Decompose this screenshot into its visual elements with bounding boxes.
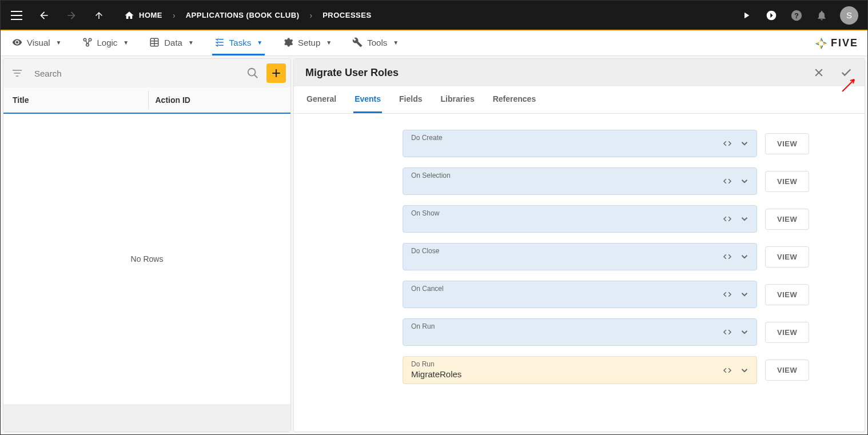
forward-arrow-icon <box>65 9 78 22</box>
tab-label: Tools <box>367 38 387 47</box>
chevron-down-icon[interactable] <box>739 138 750 149</box>
topbar-left: HOME › APPLICATIONS (BOOK CLUB) › PROCES… <box>10 9 372 22</box>
event-row: On RunVIEW <box>305 318 853 346</box>
event-field[interactable]: On Selection <box>403 167 757 195</box>
play-icon[interactable] <box>739 9 753 22</box>
event-field[interactable]: On Show <box>403 205 757 233</box>
logic-icon <box>82 37 93 47</box>
sub-tab-events[interactable]: Events <box>353 86 382 113</box>
up-arrow-icon[interactable] <box>92 9 106 22</box>
sub-tabs: General Events Fields Libraries Referenc… <box>294 86 865 114</box>
code-icon[interactable] <box>722 214 732 224</box>
bell-icon[interactable] <box>815 9 829 22</box>
check-icon[interactable] <box>839 66 853 79</box>
breadcrumb: HOME › APPLICATIONS (BOOK CLUB) › PROCES… <box>124 10 372 21</box>
tab-label: Setup <box>298 38 320 47</box>
event-label: On Selection <box>411 171 451 179</box>
breadcrumb-home[interactable]: HOME <box>124 10 162 21</box>
breadcrumb-label: APPLICATIONS (BOOK CLUB) <box>186 11 300 19</box>
event-field-icons <box>722 138 750 149</box>
event-field[interactable]: Do Create <box>403 130 757 157</box>
event-row: Do CloseVIEW <box>305 243 853 270</box>
svg-point-7 <box>248 69 256 76</box>
chevron-down-icon[interactable] <box>739 365 750 376</box>
event-field[interactable]: On Cancel <box>403 281 757 308</box>
help-icon[interactable]: ? <box>790 9 803 22</box>
detail-actions <box>812 66 853 79</box>
sub-tab-references[interactable]: References <box>492 86 537 113</box>
add-button[interactable] <box>266 63 286 83</box>
event-field[interactable]: Do Close <box>403 243 757 270</box>
detail-header: Migrate User Roles <box>294 59 865 86</box>
back-arrow-icon[interactable] <box>37 9 51 22</box>
event-field-icons <box>722 252 750 262</box>
tab-label: Logic <box>97 38 118 47</box>
column-action-id[interactable]: Action ID <box>156 95 284 105</box>
detail-title: Migrate User Roles <box>305 67 399 79</box>
avatar[interactable]: S <box>840 6 858 25</box>
code-icon[interactable] <box>722 138 732 149</box>
view-button[interactable]: VIEW <box>765 171 809 192</box>
sub-tab-fields[interactable]: Fields <box>398 86 423 113</box>
chevron-down-icon[interactable] <box>739 289 750 300</box>
svg-text:?: ? <box>794 11 799 19</box>
caret-down-icon: ▼ <box>123 39 129 46</box>
chevron-down-icon[interactable] <box>739 252 750 262</box>
comment-icon[interactable] <box>765 9 778 22</box>
view-button[interactable]: VIEW <box>765 246 809 268</box>
chevron-down-icon[interactable] <box>739 214 750 224</box>
caret-down-icon: ▼ <box>188 39 194 46</box>
chevron-down-icon[interactable] <box>739 176 750 186</box>
tab-tools[interactable]: Tools ▼ <box>350 31 401 55</box>
event-row: Do CreateVIEW <box>305 130 853 157</box>
search-input[interactable] <box>31 65 239 82</box>
event-field[interactable]: Do RunMigrateRoles <box>403 356 757 384</box>
view-button[interactable]: VIEW <box>765 322 809 343</box>
tab-tasks[interactable]: Tasks ▼ <box>212 31 265 55</box>
sub-tab-general[interactable]: General <box>305 86 337 113</box>
tab-label: Visual <box>27 38 50 47</box>
eye-icon <box>12 37 22 47</box>
hamburger-icon[interactable] <box>10 9 23 22</box>
caret-down-icon: ▼ <box>56 39 62 46</box>
content-area: Title Action ID No Rows Migrate User Rol… <box>1 56 867 434</box>
event-row: On SelectionVIEW <box>305 167 853 195</box>
tab-visual[interactable]: Visual ▼ <box>10 31 64 55</box>
breadcrumb-label: HOME <box>139 11 162 19</box>
events-area: Do CreateVIEWOn SelectionVIEWOn ShowVIEW… <box>294 114 865 410</box>
tab-data[interactable]: Data ▼ <box>147 31 196 55</box>
breadcrumb-applications[interactable]: APPLICATIONS (BOOK CLUB) <box>186 11 300 19</box>
column-title[interactable]: Title <box>10 95 141 105</box>
event-field[interactable]: On Run <box>403 318 757 346</box>
svg-point-5 <box>86 43 89 46</box>
event-field-icons <box>722 176 750 186</box>
tab-logic[interactable]: Logic ▼ <box>80 31 132 55</box>
table-footer <box>3 404 290 432</box>
chevron-down-icon[interactable] <box>739 327 750 337</box>
sub-tab-libraries[interactable]: Libraries <box>440 86 476 113</box>
code-icon[interactable] <box>722 289 732 300</box>
close-icon[interactable] <box>812 66 826 79</box>
code-icon[interactable] <box>722 176 732 186</box>
breadcrumb-processes[interactable]: PROCESSES <box>322 11 371 19</box>
code-icon[interactable] <box>722 252 732 262</box>
view-button[interactable]: VIEW <box>765 360 809 381</box>
right-panel: Migrate User Roles General Events Fields… <box>293 58 865 432</box>
avatar-letter: S <box>846 10 852 20</box>
search-bar <box>3 59 290 87</box>
view-button[interactable]: VIEW <box>765 284 809 305</box>
tab-setup[interactable]: Setup ▼ <box>281 31 334 55</box>
code-icon[interactable] <box>722 365 732 376</box>
left-panel: Title Action ID No Rows <box>3 58 291 432</box>
no-rows-message: No Rows <box>3 114 290 404</box>
search-icon[interactable] <box>244 64 262 82</box>
event-label: Do Run <box>411 360 435 368</box>
event-row: Do RunMigrateRolesVIEW <box>305 356 853 384</box>
filter-icon[interactable] <box>8 64 26 82</box>
tasks-icon <box>214 37 225 47</box>
view-button[interactable]: VIEW <box>765 209 809 230</box>
chevron-right-icon: › <box>309 11 312 20</box>
view-button[interactable]: VIEW <box>765 133 809 154</box>
code-icon[interactable] <box>722 327 732 337</box>
table-icon <box>149 37 160 47</box>
